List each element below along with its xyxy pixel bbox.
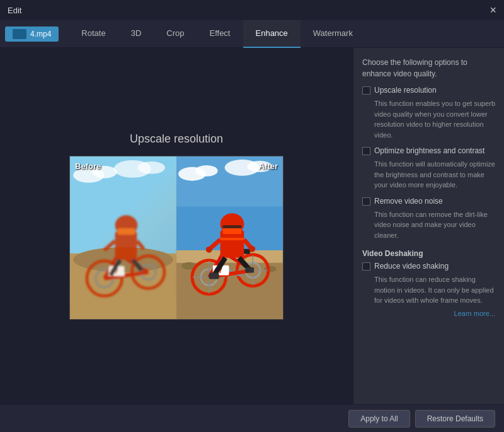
tab-3d[interactable]: 3D (118, 20, 154, 48)
after-preview: 27 After (176, 156, 283, 319)
upscale-checkbox[interactable] (362, 86, 370, 95)
svg-point-4 (137, 161, 165, 174)
after-label: After (259, 161, 278, 171)
settings-panel: Choose the following options to enhance … (353, 48, 504, 404)
svg-point-56 (249, 246, 255, 252)
tab-effect[interactable]: Effect (197, 20, 243, 48)
before-label: Before (75, 161, 101, 171)
svg-rect-59 (209, 273, 219, 279)
svg-rect-60 (245, 267, 254, 273)
tab-watermark[interactable]: Watermark (301, 20, 365, 48)
svg-rect-47 (220, 238, 244, 240)
preview-panel: Upscale resolution (0, 48, 353, 404)
close-window-button[interactable]: × (490, 4, 496, 16)
deshake-description: This function can reduce shaking motion … (374, 274, 495, 306)
restore-defaults-button[interactable]: Restore Defaults (415, 410, 495, 428)
brightness-label[interactable]: Optimize brightness and contrast (374, 146, 484, 155)
tab-crop[interactable]: Crop (154, 20, 197, 48)
tabs-row: 4.mp4 Rotate 3D Crop Effect Enhance Wate… (0, 20, 504, 48)
preview-title: Upscale resolution (130, 132, 223, 146)
deshake-checkbox[interactable] (362, 262, 370, 271)
file-tab-label: 4.mp4 (30, 30, 51, 38)
upscale-label[interactable]: Upscale resolution (374, 86, 437, 95)
settings-intro: Choose the following options to enhance … (362, 57, 495, 79)
noise-section: Remove video noise This function can rem… (362, 197, 495, 241)
file-tab[interactable]: 4.mp4 (5, 26, 59, 42)
deshaking-title: Video Deshaking (362, 249, 495, 258)
apply-to-all-button[interactable]: Apply to All (348, 410, 410, 428)
upscale-description: This function enables you to get superb … (374, 98, 495, 140)
svg-rect-16 (118, 228, 135, 235)
upscale-option-row: Upscale resolution (362, 86, 495, 95)
window-title: Edit (8, 6, 21, 15)
svg-point-32 (264, 266, 277, 272)
file-icon (13, 29, 26, 39)
svg-rect-50 (223, 225, 242, 228)
before-after-container: 27 Before (69, 156, 284, 320)
svg-point-26 (195, 165, 218, 177)
brightness-option-row: Optimize brightness and contrast (362, 146, 495, 155)
learn-more-link[interactable]: Learn more... (454, 310, 495, 317)
main-area: Upscale resolution (0, 48, 504, 404)
tab-rotate[interactable]: Rotate (69, 20, 118, 48)
noise-checkbox[interactable] (362, 197, 370, 206)
brightness-section: Optimize brightness and contrast This fu… (362, 146, 495, 190)
deshake-option-row: Reduce video shaking (362, 262, 495, 271)
deshake-label[interactable]: Reduce video shaking (374, 262, 449, 271)
footer-top-bar: Apply to All Restore Defaults (0, 404, 504, 432)
noise-option-row: Remove video noise (362, 197, 495, 206)
brightness-checkbox[interactable] (362, 147, 370, 155)
title-bar: Edit × (0, 0, 504, 20)
svg-rect-14 (115, 231, 137, 260)
noise-label[interactable]: Remove video noise (374, 197, 443, 206)
deshaking-section: Video Deshaking Reduce video shaking Thi… (362, 247, 495, 317)
before-preview: 27 Before (70, 156, 176, 319)
noise-description: This function can remove the dirt-like v… (374, 209, 495, 241)
tab-enhance[interactable]: Enhance (243, 20, 301, 48)
brightness-description: This function will automatically optimiz… (374, 159, 495, 190)
upscale-section: Upscale resolution This function enables… (362, 86, 495, 140)
svg-point-55 (206, 247, 212, 253)
